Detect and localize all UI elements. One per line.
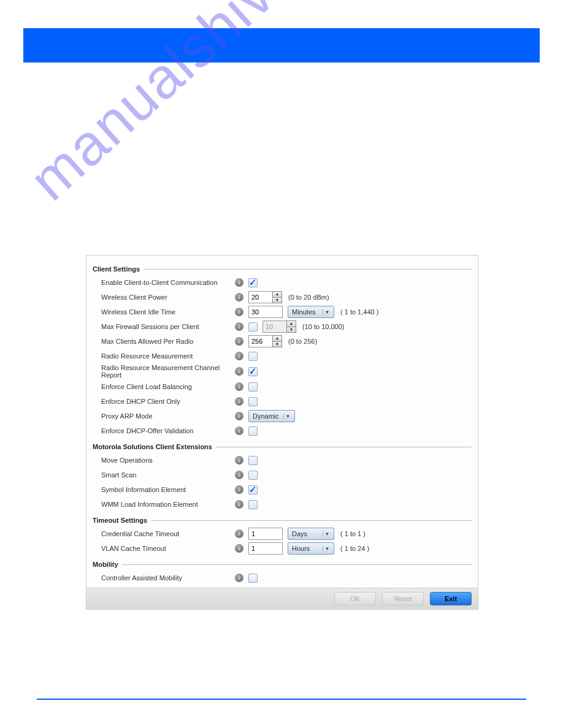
max-clients-spinner[interactable]: ▲▼ [248,335,282,347]
vlan-cache-input[interactable] [248,542,283,555]
section-rule [151,520,472,521]
row-idle-time: Wireless Client Idle Time i Minutes ▼ ( … [93,305,472,319]
info-icon[interactable]: i [235,322,243,331]
smart-scan-checkbox[interactable] [248,471,258,480]
proxy-arp-dropdown[interactable]: Dynamic ▼ [248,410,295,422]
label-enable-c2c: Enable Client-to-Client Communication [93,279,235,286]
client-settings-heading: Client Settings [93,265,472,273]
spinner-buttons[interactable]: ▲▼ [272,335,282,347]
label-vlan-cache: VLAN Cache Timeout [93,545,235,552]
label-cred-cache: Credential Cache Timeout [93,530,235,537]
info-icon[interactable]: i [235,456,243,464]
cred-cache-unit-value: Days [292,530,307,537]
section-rule [122,564,472,565]
wireless-power-input[interactable] [248,291,273,303]
spinner-buttons[interactable]: ▲▼ [286,320,296,333]
ok-button[interactable]: OK [334,592,376,605]
max-fw-input [262,320,287,333]
load-bal-checkbox[interactable] [248,382,258,392]
idle-time-unit-dropdown[interactable]: Minutes ▼ [288,306,334,318]
chevron-down-icon: ▼ [323,546,331,552]
label-max-fw: Max Firewall Sessions per Client [93,323,235,330]
row-rrm: Radio Resource Measurement i [93,349,472,363]
info-icon[interactable]: i [235,278,243,287]
info-icon[interactable]: i [235,382,243,391]
info-icon[interactable]: i [235,308,243,316]
enable-c2c-checkbox[interactable] [248,278,258,287]
exit-button[interactable]: Exit [430,592,472,605]
row-load-bal: Enforce Client Load Balancing i [93,379,472,394]
row-wmm-ie: WMM Load Information Element i [93,497,472,512]
row-dhcp-offer: Enforce DHCP-Offer Validation i [93,423,472,438]
row-max-fw: Max Firewall Sessions per Client i ▲▼ (1… [93,319,472,334]
info-icon[interactable]: i [235,427,243,435]
dhcp-only-checkbox[interactable] [248,397,258,406]
cred-cache-unit-dropdown[interactable]: Days ▼ [288,528,334,540]
row-dhcp-only: Enforce DHCP Client Only i [93,394,472,409]
chevron-down-icon: ▼ [283,414,292,419]
spin-down-icon[interactable]: ▼ [272,297,282,303]
section-rule [216,447,472,447]
info-icon[interactable]: i [235,544,243,553]
max-fw-checkbox[interactable] [248,322,258,332]
label-symbol-ie: Symbol Information Element [93,486,235,493]
timeout-heading: Timeout Settings [93,517,472,524]
info-icon[interactable]: i [235,471,243,479]
reset-button[interactable]: Reset [382,592,424,605]
row-cred-cache: Credential Cache Timeout i Days ▼ ( 1 to… [93,526,472,541]
info-icon[interactable]: i [235,367,243,376]
info-icon[interactable]: i [235,337,243,346]
label-proxy-arp: Proxy ARP Mode [93,412,235,420]
spin-down-icon[interactable]: ▼ [286,327,296,333]
spin-up-icon[interactable]: ▲ [272,335,282,341]
wmm-ie-checkbox[interactable] [248,500,258,509]
label-max-clients: Max Clients Allowed Per Radio [93,338,235,345]
row-symbol-ie: Symbol Information Element i [93,482,472,497]
info-icon[interactable]: i [235,529,243,538]
config-panel: Client Settings Enable Client-to-Client … [86,255,478,610]
cred-cache-hint: ( 1 to 1 ) [340,530,366,537]
cred-cache-input[interactable] [248,528,283,540]
row-enable-c2c: Enable Client-to-Client Communication i [93,275,472,290]
symbol-ie-checkbox[interactable] [248,485,258,495]
max-fw-spinner[interactable]: ▲▼ [262,320,296,333]
proxy-arp-value: Dynamic [253,412,279,420]
info-icon[interactable]: i [235,485,243,494]
cam-checkbox[interactable] [248,574,258,583]
max-clients-input[interactable] [248,335,273,347]
bottom-rule [37,699,526,700]
rrm-ch-checkbox[interactable] [248,367,258,376]
info-icon[interactable]: i [235,293,243,301]
spinner-buttons[interactable]: ▲▼ [272,291,282,303]
row-wireless-power: Wireless Client Power i ▲▼ (0 to 20 dBm) [93,290,472,305]
moto-title: Motorola Solutions Client Extensions [93,443,212,450]
spin-up-icon[interactable]: ▲ [286,320,296,327]
label-rrm: Radio Resource Measurement [93,352,235,360]
wireless-power-hint: (0 to 20 dBm) [288,294,329,301]
idle-time-unit-value: Minutes [292,308,316,316]
info-icon[interactable]: i [235,500,243,509]
section-rule [144,269,472,270]
spin-up-icon[interactable]: ▲ [272,291,282,297]
wireless-power-spinner[interactable]: ▲▼ [248,291,282,303]
move-ops-checkbox[interactable] [248,456,258,465]
info-icon[interactable]: i [235,397,243,406]
spin-down-icon[interactable]: ▼ [272,341,282,347]
chevron-down-icon: ▼ [323,309,331,315]
info-icon[interactable]: i [235,352,243,360]
info-icon[interactable]: i [235,574,243,582]
info-icon[interactable]: i [235,412,243,420]
chevron-down-icon: ▼ [323,531,331,537]
vlan-cache-unit-dropdown[interactable]: Hours ▼ [288,542,334,555]
label-dhcp-only: Enforce DHCP Client Only [93,398,235,405]
vlan-cache-hint: ( 1 to 24 ) [340,545,369,552]
idle-time-input[interactable] [248,306,283,318]
mobility-heading: Mobility [93,561,472,568]
dhcp-offer-checkbox[interactable] [248,427,258,436]
row-smart-scan: Smart Scan i [93,468,472,482]
row-cam: Controller Assisted Mobility i [93,571,472,585]
rrm-checkbox[interactable] [248,352,258,361]
label-cam: Controller Assisted Mobility [93,574,235,582]
label-move-ops: Move Operations [93,457,235,464]
label-rrm-ch: Radio Resource Measurement Channel Repor… [93,364,235,379]
